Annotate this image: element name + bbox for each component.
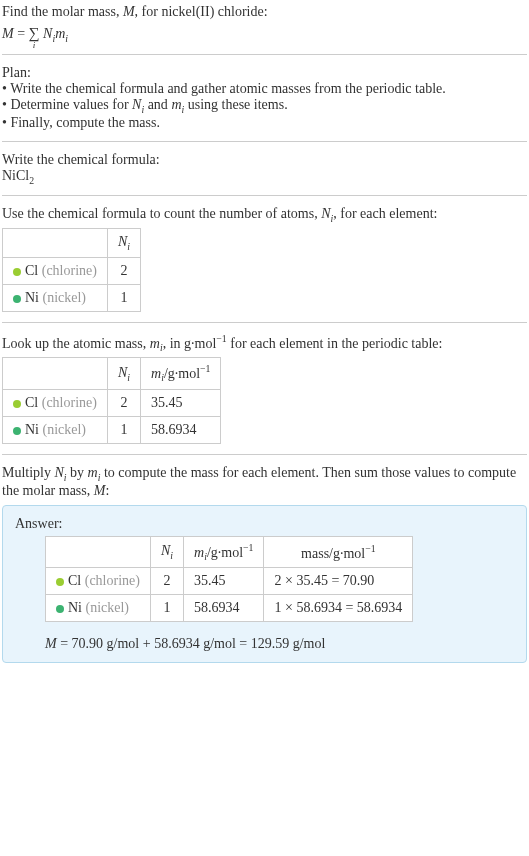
cell-cl-N: 2 bbox=[150, 568, 183, 595]
dot-icon-ni bbox=[56, 605, 64, 613]
header-Ni: Ni bbox=[107, 358, 140, 389]
formula-eq: = bbox=[14, 26, 29, 41]
chem-formula-value: NiCl2 bbox=[2, 168, 527, 186]
cell-ni-m: 58.6934 bbox=[141, 416, 221, 443]
formula-M: M bbox=[2, 26, 14, 41]
intro-line: Find the molar mass, M, for nickel(II) c… bbox=[2, 4, 527, 20]
intro-suffix: , for nickel(II) chloride: bbox=[135, 4, 268, 19]
intro-var-M: M bbox=[123, 4, 135, 19]
dot-icon-cl bbox=[56, 578, 64, 586]
dot-icon-cl bbox=[13, 400, 21, 408]
sigma-symbol: ∑i bbox=[29, 24, 40, 42]
header-Ni: Ni bbox=[107, 229, 140, 258]
empty-header bbox=[3, 229, 108, 258]
dot-icon-ni bbox=[13, 427, 21, 435]
cell-cl-m: 35.45 bbox=[141, 389, 221, 416]
empty-header bbox=[46, 536, 151, 567]
plan-item-1: • Write the chemical formula and gather … bbox=[2, 81, 527, 97]
cell-ni-count: 1 bbox=[107, 284, 140, 311]
plan-section: Plan: • Write the chemical formula and g… bbox=[2, 65, 527, 142]
cell-ni-label: Ni (nickel) bbox=[3, 284, 108, 311]
table-header-row: Ni mi/g·mol−1 bbox=[3, 358, 221, 389]
cell-cl-m: 35.45 bbox=[184, 568, 264, 595]
plan-item-3: • Finally, compute the mass. bbox=[2, 115, 527, 131]
count-section: Use the chemical formula to count the nu… bbox=[2, 206, 527, 323]
cell-cl-label: Cl (chlorine) bbox=[46, 568, 151, 595]
cell-cl-mass: 2 × 35.45 = 70.90 bbox=[264, 568, 413, 595]
count-table: Ni Cl (chlorine) 2 Ni (nickel) 1 bbox=[2, 228, 141, 312]
header-mi: mi/g·mol−1 bbox=[184, 536, 264, 567]
formula-N: N bbox=[43, 26, 52, 41]
table-row-cl: Cl (chlorine) 2 bbox=[3, 257, 141, 284]
intro-prefix: Find the molar mass, bbox=[2, 4, 123, 19]
plan-item-2: • Determine values for Ni and mi using t… bbox=[2, 97, 527, 115]
table-row-cl: Cl (chlorine) 2 35.45 bbox=[3, 389, 221, 416]
answer-label: Answer: bbox=[15, 516, 514, 532]
header-Ni: Ni bbox=[150, 536, 183, 567]
table-row-ni: Ni (nickel) 1 bbox=[3, 284, 141, 311]
empty-header bbox=[3, 358, 108, 389]
table-row-ni: Ni (nickel) 1 58.6934 1 × 58.6934 = 58.6… bbox=[46, 595, 413, 622]
table-header-row: Ni mi/g·mol−1 mass/g·mol−1 bbox=[46, 536, 413, 567]
header-mi: mi/g·mol−1 bbox=[141, 358, 221, 389]
count-title: Use the chemical formula to count the nu… bbox=[2, 206, 527, 224]
table-row-ni: Ni (nickel) 1 58.6934 bbox=[3, 416, 221, 443]
cell-ni-mass: 1 × 58.6934 = 58.6934 bbox=[264, 595, 413, 622]
answer-section: Multiply Ni by mi to compute the mass fo… bbox=[2, 465, 527, 663]
chem-formula-section: Write the chemical formula: NiCl2 bbox=[2, 152, 527, 197]
cell-ni-label: Ni (nickel) bbox=[3, 416, 108, 443]
lookup-table: Ni mi/g·mol−1 Cl (chlorine) 2 35.45 Ni (… bbox=[2, 357, 221, 443]
dot-icon-ni bbox=[13, 295, 21, 303]
answer-box: Answer: Ni mi/g·mol−1 mass/g·mol−1 Cl (c… bbox=[2, 505, 527, 663]
cell-ni-N: 1 bbox=[107, 416, 140, 443]
table-header-row: Ni bbox=[3, 229, 141, 258]
formula-mi-sub: i bbox=[65, 33, 68, 44]
lookup-section: Look up the atomic mass, mi, in g·mol−1 … bbox=[2, 333, 527, 455]
lookup-title: Look up the atomic mass, mi, in g·mol−1 … bbox=[2, 333, 527, 353]
chem-formula-title: Write the chemical formula: bbox=[2, 152, 527, 168]
sigma-index: i bbox=[33, 40, 36, 50]
cell-cl-count: 2 bbox=[107, 257, 140, 284]
cell-ni-m: 58.6934 bbox=[184, 595, 264, 622]
intro-section: Find the molar mass, M, for nickel(II) c… bbox=[2, 4, 527, 55]
intro-formula: M = ∑i Nimi bbox=[2, 24, 527, 44]
cell-ni-N: 1 bbox=[150, 595, 183, 622]
final-result: M = 70.90 g/mol + 58.6934 g/mol = 129.59… bbox=[45, 636, 514, 652]
answer-table: Ni mi/g·mol−1 mass/g·mol−1 Cl (chlorine)… bbox=[45, 536, 413, 622]
cell-cl-label: Cl (chlorine) bbox=[3, 257, 108, 284]
table-row-cl: Cl (chlorine) 2 35.45 2 × 35.45 = 70.90 bbox=[46, 568, 413, 595]
multiply-text: Multiply Ni by mi to compute the mass fo… bbox=[2, 465, 527, 499]
header-mass: mass/g·mol−1 bbox=[264, 536, 413, 567]
plan-title: Plan: bbox=[2, 65, 527, 81]
cell-ni-label: Ni (nickel) bbox=[46, 595, 151, 622]
cell-cl-label: Cl (chlorine) bbox=[3, 389, 108, 416]
cell-cl-N: 2 bbox=[107, 389, 140, 416]
formula-m: m bbox=[55, 26, 65, 41]
dot-icon-cl bbox=[13, 268, 21, 276]
